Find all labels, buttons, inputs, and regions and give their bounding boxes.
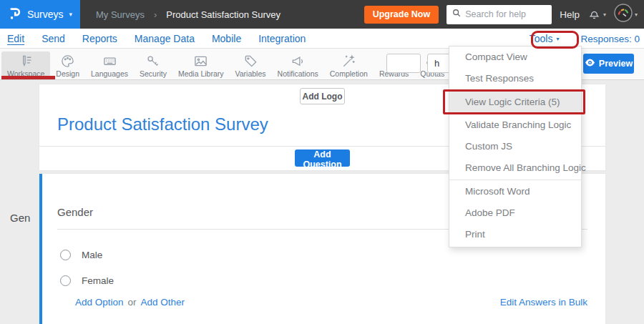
tab-integration[interactable]: Integration	[258, 33, 306, 44]
menu-item-compact-view[interactable]: Compact View	[449, 46, 581, 68]
key-icon	[145, 54, 160, 69]
palette-icon	[60, 54, 75, 69]
option-label: Female	[82, 275, 114, 286]
workspace-icon	[19, 54, 34, 69]
breadcrumb-current-survey: Product Satisfaction Survey	[166, 9, 280, 20]
menu-item-print[interactable]: Print	[449, 224, 581, 245]
tab-manage-data[interactable]: Manage Data	[135, 33, 195, 44]
search-icon	[452, 8, 462, 21]
tab-edit[interactable]: Edit	[7, 33, 24, 44]
edit-answers-in-bulk-link[interactable]: Edit Answers in Bulk	[500, 297, 587, 308]
help-search	[447, 5, 552, 24]
preview-label: Preview	[599, 59, 633, 69]
radio-button-icon[interactable]	[60, 275, 71, 286]
toolbar-item-security[interactable]: Security	[134, 51, 172, 77]
tools-label: Tools	[530, 33, 553, 44]
product-switcher-label: Surveys	[27, 9, 64, 20]
account-menu-button[interactable]: ▾	[614, 4, 638, 25]
menu-item-remove-all-branching-logic[interactable]: Remove All Branching Logic	[449, 157, 581, 179]
top-bar: Surveys ▾ My Surveys › Product Satisfact…	[0, 0, 644, 29]
toolbar-item-design[interactable]: Design	[50, 51, 85, 77]
add-logo-button[interactable]: Add Logo	[300, 88, 345, 104]
megaphone-icon	[291, 54, 306, 69]
option-actions: Add Option or Add Other	[75, 297, 185, 308]
help-link[interactable]: Help	[560, 9, 580, 20]
menu-item-view-logic-criteria[interactable]: View Logic Criteria (5)	[449, 91, 581, 113]
radio-button-icon[interactable]	[60, 250, 71, 260]
notifications-bell-button[interactable]: ▾	[587, 6, 606, 23]
toolbar-item-media-library[interactable]: Media Library	[172, 51, 230, 77]
question-title[interactable]: Gender	[57, 206, 93, 218]
question-nav-clipped-label: Gen	[10, 212, 30, 224]
app-window: Surveys ▾ My Surveys › Product Satisfact…	[0, 0, 644, 324]
menu-item-microsoft-word[interactable]: Microsoft Word	[449, 181, 581, 202]
add-other-link[interactable]: Add Other	[141, 297, 185, 308]
survey-title[interactable]: Product Satisfaction Survey	[57, 114, 268, 134]
add-question-button[interactable]: Add Question	[295, 149, 350, 167]
upgrade-now-button[interactable]: Upgrade Now	[364, 6, 439, 24]
magic-wand-icon	[341, 54, 356, 69]
chevron-down-icon: ▾	[603, 11, 606, 18]
preview-button[interactable]: Preview	[583, 54, 634, 74]
option-label: Male	[82, 250, 102, 260]
or-label: or	[128, 297, 137, 308]
chevron-down-icon: ▾	[556, 36, 559, 42]
menu-item-adobe-pdf[interactable]: Adobe PDF	[449, 202, 581, 224]
chevron-down-icon: ▾	[69, 11, 73, 18]
tab-mobile[interactable]: Mobile	[212, 33, 241, 44]
breadcrumb-my-surveys[interactable]: My Surveys	[96, 9, 145, 20]
avatar	[614, 4, 633, 25]
image-icon	[193, 54, 208, 69]
tab-send[interactable]: Send	[42, 33, 65, 44]
menu-item-test-responses[interactable]: Test Responses	[449, 68, 581, 89]
toolbar-item-workspace[interactable]: Workspace	[1, 51, 50, 77]
search-input[interactable]	[465, 9, 547, 19]
breadcrumb: My Surveys › Product Satisfaction Survey	[96, 9, 280, 20]
tag-icon	[243, 54, 258, 69]
toolbar-item-variables[interactable]: Variables	[230, 51, 272, 77]
toolbar-field-empty[interactable]	[386, 54, 421, 73]
proprofs-logo-icon	[8, 6, 21, 23]
menu-divider	[449, 180, 581, 180]
answer-option-male[interactable]: Male	[60, 250, 102, 260]
eye-icon	[585, 59, 595, 69]
tools-dropdown-menu: Compact View Test Responses View Logic C…	[449, 46, 582, 247]
tools-menu-button[interactable]: Tools ▾	[530, 33, 564, 44]
chevron-down-icon: ▾	[635, 11, 638, 18]
toolbar-item-completion[interactable]: Completion	[324, 51, 374, 77]
topbar-actions: Upgrade Now Help ▾ ▾	[364, 4, 644, 25]
menu-item-custom-js[interactable]: Custom JS	[449, 136, 581, 157]
responses-count[interactable]: Responses: 0	[580, 34, 640, 44]
bell-icon	[587, 6, 601, 23]
answer-option-female[interactable]: Female	[60, 275, 114, 286]
product-switcher[interactable]: Surveys ▾	[0, 0, 80, 29]
tab-reports[interactable]: Reports	[82, 33, 117, 44]
menu-item-validate-branching-logic[interactable]: Validate Branching Logic	[449, 114, 581, 136]
add-option-link[interactable]: Add Option	[75, 297, 124, 308]
breadcrumb-separator-icon: ›	[154, 9, 157, 20]
toolbar-item-languages[interactable]: Languages	[85, 51, 134, 77]
toolbar-item-notifications[interactable]: Notifications	[272, 51, 324, 77]
keyboard-icon	[102, 54, 117, 69]
